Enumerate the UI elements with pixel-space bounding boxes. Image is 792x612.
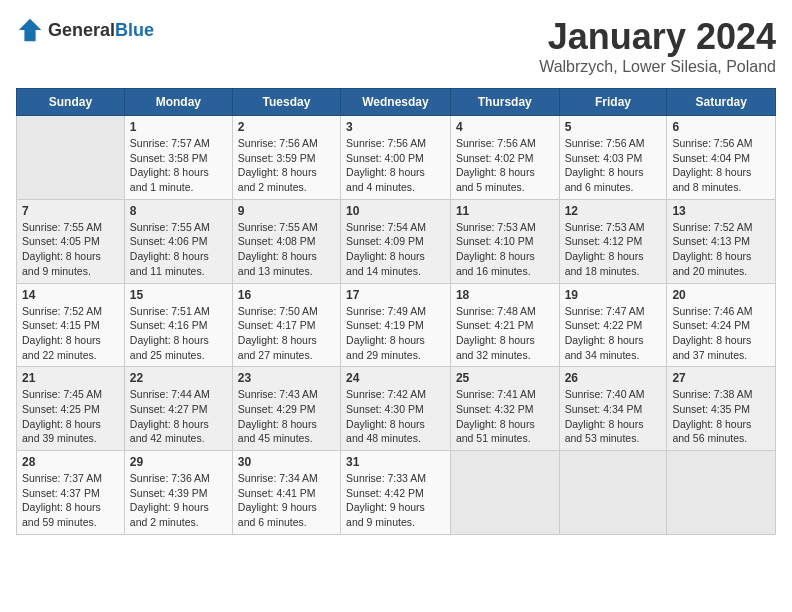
day-info: Sunrise: 7:36 AMSunset: 4:39 PMDaylight:… xyxy=(130,471,227,530)
day-number: 7 xyxy=(22,204,119,218)
day-number: 23 xyxy=(238,371,335,385)
month-title: January 2024 xyxy=(539,16,776,58)
calendar-cell: 2Sunrise: 7:56 AMSunset: 3:59 PMDaylight… xyxy=(232,116,340,200)
day-of-week-header: Friday xyxy=(559,89,667,116)
calendar-week-row: 21Sunrise: 7:45 AMSunset: 4:25 PMDayligh… xyxy=(17,367,776,451)
day-of-week-header: Thursday xyxy=(450,89,559,116)
day-number: 20 xyxy=(672,288,770,302)
day-number: 21 xyxy=(22,371,119,385)
logo-text-general: General xyxy=(48,20,115,40)
calendar-cell: 10Sunrise: 7:54 AMSunset: 4:09 PMDayligh… xyxy=(341,199,451,283)
page-header: GeneralBlue January 2024 Walbrzych, Lowe… xyxy=(16,16,776,76)
day-number: 27 xyxy=(672,371,770,385)
calendar-cell xyxy=(559,451,667,535)
day-info: Sunrise: 7:43 AMSunset: 4:29 PMDaylight:… xyxy=(238,387,335,446)
calendar-week-row: 1Sunrise: 7:57 AMSunset: 3:58 PMDaylight… xyxy=(17,116,776,200)
calendar-cell: 27Sunrise: 7:38 AMSunset: 4:35 PMDayligh… xyxy=(667,367,776,451)
calendar-header-row: SundayMondayTuesdayWednesdayThursdayFrid… xyxy=(17,89,776,116)
day-info: Sunrise: 7:53 AMSunset: 4:10 PMDaylight:… xyxy=(456,220,554,279)
day-of-week-header: Tuesday xyxy=(232,89,340,116)
calendar-cell: 5Sunrise: 7:56 AMSunset: 4:03 PMDaylight… xyxy=(559,116,667,200)
calendar-cell: 18Sunrise: 7:48 AMSunset: 4:21 PMDayligh… xyxy=(450,283,559,367)
calendar-cell: 13Sunrise: 7:52 AMSunset: 4:13 PMDayligh… xyxy=(667,199,776,283)
location-subtitle: Walbrzych, Lower Silesia, Poland xyxy=(539,58,776,76)
day-number: 9 xyxy=(238,204,335,218)
title-area: January 2024 Walbrzych, Lower Silesia, P… xyxy=(539,16,776,76)
calendar-week-row: 7Sunrise: 7:55 AMSunset: 4:05 PMDaylight… xyxy=(17,199,776,283)
day-info: Sunrise: 7:49 AMSunset: 4:19 PMDaylight:… xyxy=(346,304,445,363)
day-number: 6 xyxy=(672,120,770,134)
calendar-cell: 15Sunrise: 7:51 AMSunset: 4:16 PMDayligh… xyxy=(124,283,232,367)
day-of-week-header: Wednesday xyxy=(341,89,451,116)
calendar-cell: 19Sunrise: 7:47 AMSunset: 4:22 PMDayligh… xyxy=(559,283,667,367)
day-number: 4 xyxy=(456,120,554,134)
day-number: 3 xyxy=(346,120,445,134)
calendar-cell: 14Sunrise: 7:52 AMSunset: 4:15 PMDayligh… xyxy=(17,283,125,367)
logo-icon xyxy=(16,16,44,44)
calendar-cell: 22Sunrise: 7:44 AMSunset: 4:27 PMDayligh… xyxy=(124,367,232,451)
calendar-cell: 20Sunrise: 7:46 AMSunset: 4:24 PMDayligh… xyxy=(667,283,776,367)
day-info: Sunrise: 7:40 AMSunset: 4:34 PMDaylight:… xyxy=(565,387,662,446)
day-info: Sunrise: 7:33 AMSunset: 4:42 PMDaylight:… xyxy=(346,471,445,530)
day-number: 12 xyxy=(565,204,662,218)
calendar-cell: 26Sunrise: 7:40 AMSunset: 4:34 PMDayligh… xyxy=(559,367,667,451)
day-info: Sunrise: 7:55 AMSunset: 4:06 PMDaylight:… xyxy=(130,220,227,279)
day-number: 16 xyxy=(238,288,335,302)
calendar-cell xyxy=(667,451,776,535)
calendar-table: SundayMondayTuesdayWednesdayThursdayFrid… xyxy=(16,88,776,535)
calendar-cell: 4Sunrise: 7:56 AMSunset: 4:02 PMDaylight… xyxy=(450,116,559,200)
day-number: 8 xyxy=(130,204,227,218)
day-number: 18 xyxy=(456,288,554,302)
calendar-cell: 28Sunrise: 7:37 AMSunset: 4:37 PMDayligh… xyxy=(17,451,125,535)
day-info: Sunrise: 7:55 AMSunset: 4:05 PMDaylight:… xyxy=(22,220,119,279)
day-number: 13 xyxy=(672,204,770,218)
day-info: Sunrise: 7:47 AMSunset: 4:22 PMDaylight:… xyxy=(565,304,662,363)
day-number: 26 xyxy=(565,371,662,385)
day-number: 1 xyxy=(130,120,227,134)
calendar-cell: 16Sunrise: 7:50 AMSunset: 4:17 PMDayligh… xyxy=(232,283,340,367)
day-info: Sunrise: 7:56 AMSunset: 4:04 PMDaylight:… xyxy=(672,136,770,195)
svg-marker-0 xyxy=(19,19,41,41)
calendar-cell: 6Sunrise: 7:56 AMSunset: 4:04 PMDaylight… xyxy=(667,116,776,200)
calendar-cell: 24Sunrise: 7:42 AMSunset: 4:30 PMDayligh… xyxy=(341,367,451,451)
calendar-cell: 8Sunrise: 7:55 AMSunset: 4:06 PMDaylight… xyxy=(124,199,232,283)
day-info: Sunrise: 7:56 AMSunset: 4:02 PMDaylight:… xyxy=(456,136,554,195)
day-number: 15 xyxy=(130,288,227,302)
day-info: Sunrise: 7:34 AMSunset: 4:41 PMDaylight:… xyxy=(238,471,335,530)
calendar-cell: 3Sunrise: 7:56 AMSunset: 4:00 PMDaylight… xyxy=(341,116,451,200)
day-info: Sunrise: 7:53 AMSunset: 4:12 PMDaylight:… xyxy=(565,220,662,279)
calendar-cell: 1Sunrise: 7:57 AMSunset: 3:58 PMDaylight… xyxy=(124,116,232,200)
day-info: Sunrise: 7:44 AMSunset: 4:27 PMDaylight:… xyxy=(130,387,227,446)
calendar-cell xyxy=(450,451,559,535)
day-number: 2 xyxy=(238,120,335,134)
day-info: Sunrise: 7:56 AMSunset: 4:03 PMDaylight:… xyxy=(565,136,662,195)
calendar-week-row: 28Sunrise: 7:37 AMSunset: 4:37 PMDayligh… xyxy=(17,451,776,535)
calendar-cell: 12Sunrise: 7:53 AMSunset: 4:12 PMDayligh… xyxy=(559,199,667,283)
calendar-cell: 29Sunrise: 7:36 AMSunset: 4:39 PMDayligh… xyxy=(124,451,232,535)
calendar-cell: 30Sunrise: 7:34 AMSunset: 4:41 PMDayligh… xyxy=(232,451,340,535)
day-info: Sunrise: 7:52 AMSunset: 4:15 PMDaylight:… xyxy=(22,304,119,363)
day-of-week-header: Monday xyxy=(124,89,232,116)
logo: GeneralBlue xyxy=(16,16,154,44)
day-number: 31 xyxy=(346,455,445,469)
day-of-week-header: Sunday xyxy=(17,89,125,116)
calendar-cell: 21Sunrise: 7:45 AMSunset: 4:25 PMDayligh… xyxy=(17,367,125,451)
day-info: Sunrise: 7:42 AMSunset: 4:30 PMDaylight:… xyxy=(346,387,445,446)
day-number: 14 xyxy=(22,288,119,302)
day-number: 5 xyxy=(565,120,662,134)
logo-text-blue: Blue xyxy=(115,20,154,40)
day-info: Sunrise: 7:52 AMSunset: 4:13 PMDaylight:… xyxy=(672,220,770,279)
calendar-week-row: 14Sunrise: 7:52 AMSunset: 4:15 PMDayligh… xyxy=(17,283,776,367)
day-number: 28 xyxy=(22,455,119,469)
calendar-cell: 9Sunrise: 7:55 AMSunset: 4:08 PMDaylight… xyxy=(232,199,340,283)
calendar-cell: 25Sunrise: 7:41 AMSunset: 4:32 PMDayligh… xyxy=(450,367,559,451)
day-info: Sunrise: 7:45 AMSunset: 4:25 PMDaylight:… xyxy=(22,387,119,446)
day-number: 11 xyxy=(456,204,554,218)
day-info: Sunrise: 7:56 AMSunset: 3:59 PMDaylight:… xyxy=(238,136,335,195)
day-number: 10 xyxy=(346,204,445,218)
day-of-week-header: Saturday xyxy=(667,89,776,116)
day-info: Sunrise: 7:51 AMSunset: 4:16 PMDaylight:… xyxy=(130,304,227,363)
calendar-cell: 31Sunrise: 7:33 AMSunset: 4:42 PMDayligh… xyxy=(341,451,451,535)
day-info: Sunrise: 7:54 AMSunset: 4:09 PMDaylight:… xyxy=(346,220,445,279)
calendar-cell: 11Sunrise: 7:53 AMSunset: 4:10 PMDayligh… xyxy=(450,199,559,283)
